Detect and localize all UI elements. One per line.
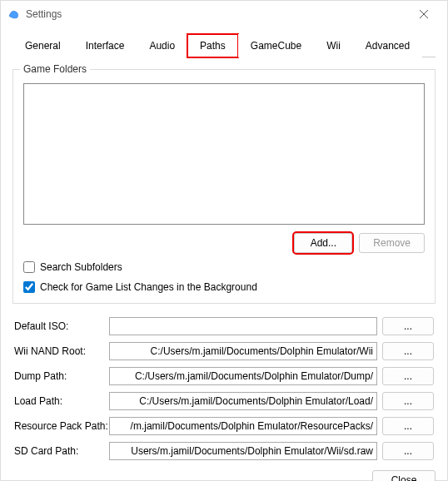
default-iso-browse-button[interactable]: ... <box>382 317 434 335</box>
game-folders-list[interactable] <box>23 83 425 225</box>
load-path-label: Load Path: <box>14 395 104 407</box>
sd-card-path-input[interactable] <box>109 442 377 460</box>
wii-nand-root-input[interactable] <box>109 342 377 360</box>
content: GeneralInterfaceAudioPathsGameCubeWiiAdv… <box>1 27 447 481</box>
footer: Close <box>12 460 436 481</box>
check-background-checkbox[interactable] <box>23 281 35 293</box>
sd-card-path-label: SD Card Path: <box>14 445 104 457</box>
tab-wii[interactable]: Wii <box>314 34 353 57</box>
path-row-sd-card-path: SD Card Path:... <box>14 442 434 460</box>
game-folders-group: Game Folders Add... Remove Search Subfol… <box>12 69 436 304</box>
wii-nand-root-browse-button[interactable]: ... <box>382 342 434 360</box>
resource-pack-path-input[interactable] <box>109 417 377 435</box>
default-iso-input[interactable] <box>109 317 377 335</box>
tab-advanced[interactable]: Advanced <box>353 34 422 57</box>
search-subfolders-checkbox[interactable] <box>23 261 35 273</box>
game-folder-buttons: Add... Remove <box>23 233 425 253</box>
dump-path-label: Dump Path: <box>14 370 104 382</box>
path-row-load-path: Load Path:... <box>14 392 434 410</box>
titlebar: Settings <box>1 1 447 27</box>
app-icon <box>7 7 21 21</box>
close-button[interactable]: Close <box>372 470 436 481</box>
path-row-default-iso: Default ISO:... <box>14 317 434 335</box>
sd-card-path-browse-button[interactable]: ... <box>382 442 434 460</box>
load-path-input[interactable] <box>109 392 377 410</box>
settings-window: Settings GeneralInterfaceAudioPathsGameC… <box>0 0 448 481</box>
path-row-resource-pack-path: Resource Pack Path:... <box>14 417 434 435</box>
wii-nand-root-label: Wii NAND Root: <box>14 345 104 357</box>
paths-table: Default ISO:...Wii NAND Root:...Dump Pat… <box>12 317 436 460</box>
path-row-wii-nand-root: Wii NAND Root:... <box>14 342 434 360</box>
remove-button: Remove <box>359 233 425 253</box>
tab-audio[interactable]: Audio <box>137 34 187 57</box>
tab-general[interactable]: General <box>12 34 73 57</box>
close-icon[interactable] <box>407 1 441 27</box>
game-folders-title: Game Folders <box>20 63 90 75</box>
tabs-bar: GeneralInterfaceAudioPathsGameCubeWiiAdv… <box>12 34 436 57</box>
tab-interface[interactable]: Interface <box>73 34 137 57</box>
dump-path-browse-button[interactable]: ... <box>382 367 434 385</box>
add-button[interactable]: Add... <box>294 233 352 253</box>
window-title: Settings <box>26 8 62 20</box>
check-background-label[interactable]: Check for Game List Changes in the Backg… <box>40 281 257 293</box>
check-background-row: Check for Game List Changes in the Backg… <box>23 281 425 293</box>
tab-gamecube[interactable]: GameCube <box>238 34 314 57</box>
dump-path-input[interactable] <box>109 367 377 385</box>
resource-pack-path-browse-button[interactable]: ... <box>382 417 434 435</box>
default-iso-label: Default ISO: <box>14 320 104 332</box>
resource-pack-path-label: Resource Pack Path: <box>14 420 104 432</box>
load-path-browse-button[interactable]: ... <box>382 392 434 410</box>
search-subfolders-label[interactable]: Search Subfolders <box>40 261 122 273</box>
search-subfolders-row: Search Subfolders <box>23 261 425 273</box>
tab-paths[interactable]: Paths <box>187 34 238 57</box>
path-row-dump-path: Dump Path:... <box>14 367 434 385</box>
